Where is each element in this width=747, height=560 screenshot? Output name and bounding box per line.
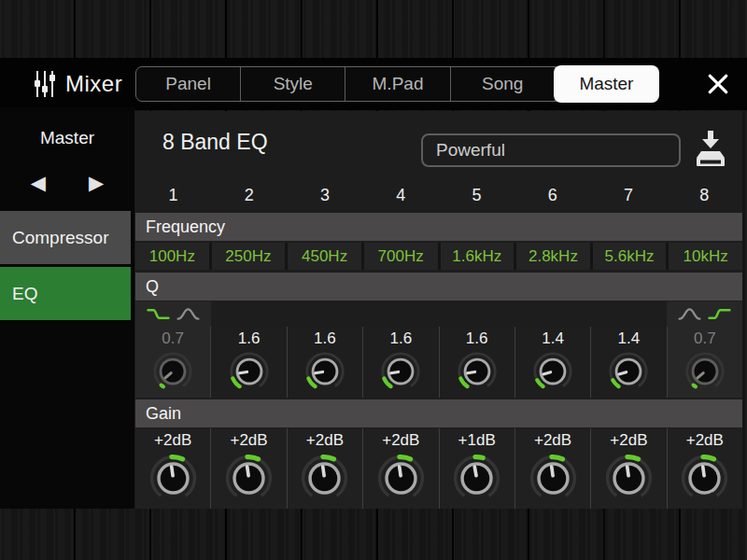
- part-selector-label: Master: [0, 107, 134, 148]
- sidebar-item-eq[interactable]: EQ: [0, 267, 131, 320]
- gain-knob-row: +2dB +2dB +2dB +2dB +1dB +2dB +2dB +2dB: [135, 428, 742, 509]
- gain-knob[interactable]: [148, 453, 199, 504]
- preset-name-field[interactable]: Powerful: [421, 133, 681, 167]
- q-knob[interactable]: [607, 350, 650, 393]
- q-value: 1.4: [618, 328, 641, 350]
- q-knob-cell[interactable]: 1.4: [514, 327, 590, 398]
- band-number: 8: [667, 180, 742, 211]
- band8-filter-type-cell: [667, 301, 742, 327]
- gain-knob-cell[interactable]: +2dB: [287, 428, 362, 509]
- gain-knob[interactable]: [528, 453, 579, 504]
- q-section-header: Q: [135, 273, 742, 301]
- gain-knob[interactable]: [223, 453, 275, 504]
- frequency-value[interactable]: 5.6kHz: [593, 243, 667, 270]
- tab-style[interactable]: Style: [241, 67, 345, 101]
- gain-knob-cell[interactable]: +2dB: [210, 428, 286, 509]
- gain-value: +1dB: [458, 429, 496, 452]
- gain-knob[interactable]: [679, 453, 730, 504]
- q-value: 1.6: [389, 328, 412, 350]
- frequency-value-row: 100Hz 250Hz 450Hz 700Hz 1.6kHz 2.8kHz 5.…: [135, 243, 742, 270]
- title-bar: Mixer Panel Style M.Pad Song Master: [0, 58, 747, 110]
- q-value: 1.6: [314, 328, 336, 350]
- gain-knob-cell[interactable]: +2dB: [135, 428, 210, 509]
- q-value: 1.4: [542, 328, 564, 350]
- q-knob-cell[interactable]: 1.6: [439, 327, 514, 398]
- band1-filter-type-cell: [135, 301, 211, 327]
- eq-panel: 8 Band EQ Powerful 1 2 3 4 5 6 7 8 Frequ…: [135, 111, 742, 509]
- gain-value: +2dB: [306, 429, 344, 452]
- eq-title: 8 Band EQ: [162, 130, 268, 155]
- gain-value: +2dB: [534, 429, 571, 452]
- band-number: 6: [514, 180, 590, 211]
- q-knob[interactable]: [684, 350, 726, 393]
- band-number-row: 1 2 3 4 5 6 7 8: [135, 180, 742, 211]
- frequency-value[interactable]: 700Hz: [364, 243, 438, 270]
- q-value: 1.6: [466, 328, 488, 350]
- next-part-button[interactable]: ▶: [89, 173, 104, 192]
- gain-knob-cell[interactable]: +2dB: [590, 428, 666, 509]
- gain-knob[interactable]: [451, 453, 502, 504]
- frequency-value[interactable]: 1.6kHz: [441, 243, 514, 270]
- prev-part-button[interactable]: ◀: [31, 173, 46, 192]
- band-number: 2: [211, 180, 287, 211]
- band-number: 4: [363, 180, 439, 211]
- band-number: 7: [591, 180, 667, 211]
- band-number: 1: [135, 180, 211, 211]
- q-knob-cell[interactable]: 1.6: [287, 327, 362, 398]
- tab-master[interactable]: Master: [555, 66, 658, 102]
- frequency-value[interactable]: 10kHz: [669, 243, 742, 270]
- q-knob-cell[interactable]: 0.7: [667, 327, 742, 398]
- gain-knob-cell[interactable]: +1dB: [439, 428, 514, 509]
- page-title: Mixer: [65, 58, 122, 110]
- peak-icon[interactable]: [678, 307, 701, 321]
- gain-knob[interactable]: [375, 453, 427, 504]
- q-knob-cell[interactable]: 1.6: [210, 327, 286, 398]
- low-shelf-icon[interactable]: [147, 307, 170, 321]
- tab-mpad[interactable]: M.Pad: [345, 67, 450, 101]
- peak-icon[interactable]: [176, 307, 200, 321]
- close-button[interactable]: [704, 70, 732, 98]
- gain-value: +2dB: [154, 429, 191, 452]
- gain-knob-cell[interactable]: +2dB: [514, 428, 590, 509]
- q-value: 0.7: [694, 328, 716, 350]
- band-number: 5: [439, 180, 514, 211]
- q-knob[interactable]: [303, 350, 346, 393]
- tab-song[interactable]: Song: [451, 67, 556, 101]
- gain-value: +2dB: [382, 429, 419, 452]
- q-knob-cell[interactable]: 0.7: [135, 327, 210, 398]
- q-value: 1.6: [238, 328, 261, 350]
- gain-knob[interactable]: [299, 453, 350, 504]
- q-knob[interactable]: [228, 350, 271, 393]
- q-knob-cell[interactable]: 1.4: [590, 327, 666, 398]
- frequency-value[interactable]: 450Hz: [288, 243, 361, 270]
- save-button[interactable]: [690, 126, 731, 173]
- high-shelf-icon[interactable]: [708, 307, 731, 321]
- sidebar-item-compressor[interactable]: Compressor: [0, 211, 131, 264]
- gain-knob-cell[interactable]: +2dB: [667, 428, 742, 509]
- gain-value: +2dB: [610, 429, 647, 452]
- frequency-section-header: Frequency: [135, 213, 742, 241]
- frequency-value[interactable]: 250Hz: [212, 243, 286, 270]
- q-knob[interactable]: [151, 350, 194, 393]
- q-knob-row: 0.7 1.6 1.6 1.6 1.6 1.4 1.4 0.7: [135, 327, 742, 398]
- mixer-screen: Mixer Panel Style M.Pad Song Master Mast…: [0, 0, 747, 560]
- frequency-value[interactable]: 2.8kHz: [516, 243, 590, 270]
- tab-panel[interactable]: Panel: [136, 67, 241, 101]
- q-knob[interactable]: [456, 350, 499, 393]
- q-knob-cell[interactable]: 1.6: [362, 327, 438, 398]
- gain-value: +2dB: [686, 429, 724, 452]
- gain-section-header: Gain: [135, 399, 742, 427]
- close-x-icon: [706, 72, 730, 96]
- band-number: 3: [288, 180, 363, 211]
- sidebar: Master ◀ ▶ Compressor EQ: [0, 107, 134, 509]
- mixer-part-tabs: Panel Style M.Pad Song Master: [135, 66, 658, 102]
- q-knob[interactable]: [531, 350, 574, 393]
- q-knob[interactable]: [379, 350, 422, 393]
- gain-value: +2dB: [230, 429, 267, 452]
- q-value: 0.7: [162, 328, 184, 350]
- gain-knob[interactable]: [603, 453, 655, 504]
- frequency-value[interactable]: 100Hz: [135, 243, 209, 270]
- gain-knob-cell[interactable]: +2dB: [362, 428, 438, 509]
- q-type-row: [135, 301, 742, 327]
- mixer-sliders-icon: [34, 70, 56, 98]
